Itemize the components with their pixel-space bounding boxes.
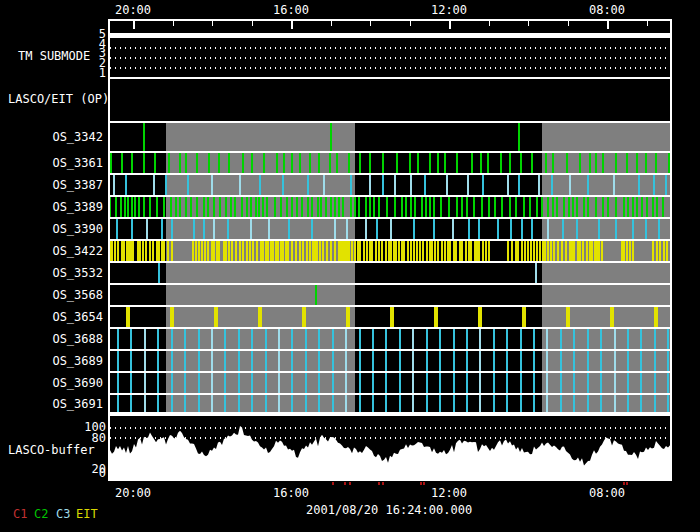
row-label: OS_3422 <box>38 245 103 257</box>
exposure-tick <box>207 197 209 217</box>
exposure-tick <box>602 197 604 217</box>
exposure-tick <box>573 373 575 393</box>
exposure-tick <box>488 241 490 261</box>
exposure-tick <box>196 153 198 173</box>
exposure-tick <box>509 153 511 173</box>
exposure-tick <box>239 175 241 195</box>
exposure-tick <box>583 197 585 217</box>
exposure-tick <box>654 373 656 393</box>
exposure-tick <box>398 241 400 261</box>
exposure-tick <box>113 175 115 195</box>
exposure-tick <box>527 241 529 261</box>
exposure-tick <box>262 241 264 261</box>
exposure-tick <box>653 175 655 195</box>
exposure-tick <box>654 307 658 327</box>
exposure-tick <box>315 285 317 305</box>
exposure-tick <box>382 153 384 173</box>
exposure-tick <box>506 395 508 412</box>
exposure-tick <box>274 197 276 217</box>
exposure-tick <box>143 197 145 217</box>
exposure-tick <box>330 123 332 151</box>
row-label: OS_3568 <box>38 289 103 301</box>
exposure-tick <box>228 241 230 261</box>
exposure-tick <box>546 351 548 371</box>
exposure-tick <box>168 153 170 173</box>
exposure-tick <box>305 329 307 349</box>
exposure-tick <box>218 153 220 173</box>
exposure-tick <box>663 241 665 261</box>
exposure-tick <box>117 329 119 349</box>
exposure-tick <box>170 307 174 327</box>
exposure-tick <box>278 373 280 393</box>
exposure-tick <box>553 241 555 261</box>
observation-block <box>166 373 355 393</box>
exposure-tick <box>291 153 293 173</box>
exposure-tick <box>171 329 173 349</box>
exposure-tick <box>560 373 562 393</box>
exposure-tick <box>523 197 525 217</box>
exposure-tick <box>452 219 454 239</box>
exposure-tick <box>394 175 396 195</box>
exposure-tick <box>399 395 401 412</box>
exposure-tick <box>184 351 186 371</box>
exposure-tick <box>358 197 360 217</box>
exposure-tick <box>517 241 519 261</box>
exposure-tick <box>230 197 232 217</box>
exposure-tick <box>569 175 571 195</box>
exposure-tick <box>282 175 284 195</box>
exposure-tick <box>354 241 356 261</box>
exposure-tick <box>546 329 548 349</box>
c1-mark <box>623 482 625 485</box>
panel-border <box>108 371 672 373</box>
exposure-tick <box>171 241 173 261</box>
exposure-tick <box>179 197 181 217</box>
exposure-tick <box>320 197 322 217</box>
exposure-tick <box>211 175 213 195</box>
exposure-tick <box>124 197 126 217</box>
panel-border <box>108 195 672 197</box>
exposure-tick <box>332 329 334 349</box>
row-label: OS_3342 <box>38 131 103 143</box>
panel-border <box>108 239 672 241</box>
legend-item-eit: EIT <box>76 508 98 520</box>
exposure-tick <box>493 373 495 393</box>
exposure-tick <box>507 241 509 261</box>
exposure-tick <box>359 351 361 371</box>
exposure-tick <box>587 395 589 412</box>
exposure-tick <box>600 373 602 393</box>
exposure-tick <box>345 373 347 393</box>
exposure-tick <box>614 351 616 371</box>
exposure-tick <box>409 153 411 173</box>
exposure-tick <box>371 241 373 261</box>
exposure-tick <box>440 197 442 217</box>
exposure-tick <box>145 241 147 261</box>
exposure-tick <box>332 395 334 412</box>
exposure-tick <box>157 395 159 412</box>
exposure-tick <box>439 329 441 349</box>
exposure-tick <box>533 241 535 261</box>
axis-time-label: 12:00 <box>429 487 469 499</box>
exposure-tick <box>385 373 387 393</box>
panel-border <box>108 121 672 123</box>
exposure-tick <box>412 329 414 349</box>
exposure-tick <box>157 329 159 349</box>
exposure-tick <box>461 197 463 217</box>
exposure-tick <box>573 395 575 412</box>
exposure-tick <box>311 219 313 239</box>
exposure-tick <box>385 241 387 261</box>
exposure-tick <box>437 153 439 173</box>
exposure-tick <box>641 197 643 217</box>
exposure-tick <box>413 241 415 261</box>
exposure-tick <box>439 373 441 393</box>
exposure-tick <box>385 329 387 349</box>
exposure-tick <box>171 395 173 412</box>
exposure-tick <box>130 395 132 412</box>
exposure-tick <box>246 197 248 217</box>
exposure-tick <box>366 241 368 261</box>
exposure-tick <box>410 175 412 195</box>
exposure-tick <box>131 153 133 173</box>
time-tick <box>212 21 213 26</box>
exposure-tick <box>259 175 261 195</box>
row-label: OS_3691 <box>38 398 103 410</box>
exposure-tick <box>198 373 200 393</box>
